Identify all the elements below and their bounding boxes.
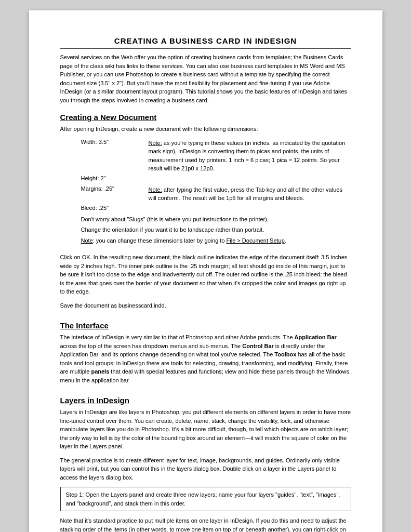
margins-table: Margins: .25" Note: after typing the fir… <box>81 185 351 211</box>
section-interface-body: The interface of InDesign is very simila… <box>60 333 351 384</box>
dim-width-label: Width: 3.5" <box>81 139 149 173</box>
section-layers-body3: Note that it's standard practice to put … <box>60 516 351 532</box>
section-layers-body2: The general practice is to create differ… <box>60 456 351 482</box>
dim-margins-value: Note: after typing the first value, pres… <box>149 185 351 203</box>
note-label-margins: Note: <box>149 187 162 193</box>
section-title-layers: Layers in InDesign <box>60 396 351 405</box>
step-box-1: Step 1: Open the Layers panel and create… <box>60 487 351 511</box>
dim-row-width: Width: 3.5" Note: as you're typing in th… <box>81 139 351 173</box>
note-label-width: Note: <box>149 140 162 146</box>
bold-toolbox: Toolbox <box>274 351 296 357</box>
file-doc-setup: File > Document Setup <box>227 237 285 244</box>
dimensions-table: Width: 3.5" Note: as you're typing in th… <box>81 139 351 181</box>
dim-row-bleed: Bleed: .25" <box>81 205 351 211</box>
section-click-ok: Click on OK. In the resulting new docume… <box>60 253 351 296</box>
page: CREATING A BUSINESS CARD IN INDESIGN Sev… <box>29 10 382 532</box>
page-title: CREATING A BUSINESS CARD IN INDESIGN <box>60 36 351 45</box>
divider-top <box>60 48 351 49</box>
dim-margins-label: Margins: .25" <box>81 185 149 203</box>
dim-row-margins: Margins: .25" Note: after typing the fir… <box>81 185 351 203</box>
dim-height-label: Height: 2" <box>81 175 149 181</box>
section-title-creating: Creating a New Document <box>60 113 351 122</box>
section-interface: The Interface The interface of InDesign … <box>60 321 351 384</box>
dim-height-value <box>149 175 351 181</box>
indented-note: Note: you can change these dimensions la… <box>81 236 351 245</box>
section-creating-new-document: Creating a New Document After opening In… <box>60 113 351 310</box>
dim-bleed-value <box>149 205 351 211</box>
dim-bleed-label: Bleed: .25" <box>81 205 149 211</box>
bold-panels: panels <box>91 368 109 375</box>
bold-control-bar: Control Bar <box>242 343 274 349</box>
section-title-interface: The Interface <box>60 321 351 330</box>
section-save: Save the document as businesscard.indd. <box>60 301 351 310</box>
indented-orientation: Change the orientation if you want it to… <box>81 225 351 234</box>
dim-row-height: Height: 2" <box>81 175 351 181</box>
step-text: Step 1: Open the Layers panel and create… <box>66 491 340 507</box>
bold-app-bar: Application Bar <box>295 334 337 340</box>
indented-slugs: Don't worry about "Slugs" (this is where… <box>81 215 351 224</box>
note-underline: Note <box>81 237 93 244</box>
dim-width-value: Note: as you're typing in these values (… <box>149 139 351 173</box>
section-layers: Layers in InDesign Layers in InDesign ar… <box>60 396 351 532</box>
section-creating-intro: After opening InDesign, create a new doc… <box>60 125 351 134</box>
section-layers-body1: Layers in InDesign are like layers in Ph… <box>60 408 351 451</box>
intro-text: Several services on the Web offer you th… <box>60 53 351 104</box>
